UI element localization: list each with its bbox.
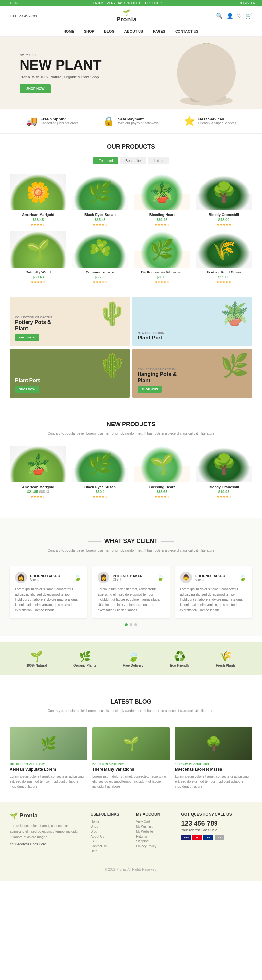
new-product-name: Bloody Cranesbill (196, 485, 252, 489)
blog-date: 13 IPSUM 29 APRIL 2021 (175, 762, 252, 765)
footer-link[interactable]: My Wishlist (136, 825, 171, 828)
blog-title[interactable]: There Many Variations (92, 767, 170, 772)
tab-featured[interactable]: Featured (93, 157, 118, 164)
new-products-heading: NEW PRODUCTS (87, 421, 175, 428)
product-card: 🪴 Bleeding Heart $89.45 ★★★★☆ (134, 174, 190, 226)
collection-plant-icon: 🪴 (220, 300, 249, 327)
testimonial-avatar: 👩 (98, 571, 109, 584)
nav-shop[interactable]: SHOP (84, 29, 94, 33)
tab-latest[interactable]: Latest (148, 157, 169, 164)
blog-card: 🌱 27 ENIM 29 APRIL 2021 There Many Varia… (92, 727, 170, 789)
eco-icon: ♻️ (174, 651, 186, 662)
product-card: 🌿 Dieffenbachia Viburnum $90.65 ★★★★☆ (134, 231, 190, 284)
footer-link[interactable]: View Cart (136, 820, 171, 823)
product-card: ☘️ Common Yarrow $55.33 ★★★★☆ (72, 231, 128, 284)
blog-title[interactable]: Aenean Vulputate Lorem (10, 767, 87, 772)
hero-discount-tag: 65% OFF (20, 52, 242, 57)
top-bar: LOG IN ENJOY EVERY DAY 15% OFF ALL PRODU… (0, 0, 262, 6)
product-stars: ★★★★☆ (72, 280, 128, 284)
services-bar: 🚚 Free Shipping Capped at $199 per order… (0, 109, 262, 133)
collection-shop-btn[interactable]: SHOP NOW (15, 334, 39, 341)
footer-link[interactable]: My Website (136, 830, 171, 833)
logo[interactable]: 🌱 Pronia (116, 9, 137, 23)
testimonial-role: Client (113, 578, 143, 581)
blog-text: Lorem ipsum dolor sit amet, consectetur … (10, 774, 87, 789)
our-products-section-title: OUR PRODUCTS (0, 134, 262, 154)
wishlist-icon[interactable]: ♡ (237, 13, 242, 19)
collection-content: Collection Of Cactus Hanging Pots &Plant… (137, 368, 177, 393)
user-icon[interactable]: 👤 (227, 13, 233, 19)
new-products-grid: 🪴 American Marigold $21.85 $85.43 ★★★★☆ … (0, 443, 262, 508)
collection-shop-btn[interactable]: SHOP NOW (137, 386, 162, 393)
product-stars: ★★★★☆ (134, 280, 190, 284)
feature-label: Free Delivery (123, 664, 144, 667)
cart-icon[interactable]: 🛒 (246, 13, 252, 19)
collection-hanging: Collection Of Cactus Hanging Pots &Plant… (132, 348, 252, 398)
nav-blog[interactable]: BLOG (104, 29, 115, 33)
feature-label: Eco Friendly (170, 664, 189, 667)
search-icon[interactable]: 🔍 (216, 13, 223, 19)
new-product-price: $19.93 (196, 490, 252, 494)
feature-organic: 🌿 Organic Plants (73, 651, 96, 667)
new-product-stars: ★★★★☆ (10, 495, 66, 498)
testimonial-header: 👨 PHOENIX BAKER Client 🍃 (180, 571, 247, 584)
top-bar-login[interactable]: LOG IN (6, 1, 18, 5)
footer-link[interactable]: Shop (91, 825, 126, 828)
footer-links-heading: Useful Links (91, 812, 126, 816)
delivery-icon: 🍃 (127, 651, 139, 662)
collections-section: Collection Of Cactus Pottery Pots &Plant… (0, 294, 262, 408)
feature-eco: ♻️ Eco Friendly (170, 651, 189, 667)
testi-dot[interactable] (130, 624, 132, 626)
collection-tag: Collection Of Cactus (15, 316, 52, 319)
new-product-image: 🪴 (10, 446, 66, 482)
paypal-icon: PP (204, 835, 213, 840)
footer-link[interactable]: Blog (91, 830, 126, 833)
product-price: $65.43 (72, 218, 128, 222)
collection-tag: Collection Of Cactus (137, 368, 177, 371)
blog-card: 🌳 13 IPSUM 29 APRIL 2021 Maecenas Laoree… (175, 727, 252, 789)
testi-dot[interactable] (125, 624, 128, 626)
blog-text: Lorem ipsum dolor sit amet, consectetur … (92, 774, 170, 789)
nav-contact[interactable]: CONTACT US (175, 29, 199, 33)
footer-grid: 🌱 Pronia Lorem ipsum dolor sit amet, con… (10, 812, 252, 854)
new-product-card: 🌿 Black Eyed Susan $60.4 ★★★★☆ (72, 446, 128, 498)
footer-link[interactable]: Help (91, 850, 126, 853)
tab-bestseller[interactable]: Bestseller (120, 157, 147, 164)
footer-link[interactable]: Shipping (136, 840, 171, 843)
product-image: 🪴 (134, 174, 190, 210)
footer-link[interactable]: Returns (136, 835, 171, 838)
hero-cta-button[interactable]: SHOP NOW (20, 84, 51, 93)
footer-link[interactable]: About Us (91, 835, 126, 838)
natural-icon: 🌱 (30, 651, 43, 662)
feature-label: 100% Natural (26, 664, 47, 667)
nav-about[interactable]: ABOUT US (125, 29, 143, 33)
new-products-title: NEW PRODUCTS (0, 411, 262, 431)
product-card: 🌳 Bloody Cranesbill $48.00 ★★★★★ (196, 174, 252, 226)
new-product-name: American Marigold (10, 485, 66, 489)
footer-link[interactable]: Contact Us (91, 845, 126, 848)
nav-pages[interactable]: PAGES (153, 29, 166, 33)
header-icons: 🔍 👤 ♡ 🛒 (216, 13, 252, 19)
footer-link[interactable]: FAQ (91, 840, 126, 843)
product-price: $60.43 (10, 275, 66, 279)
footer-link[interactable]: Home (91, 820, 126, 823)
testi-leaf-icon: 🍃 (156, 574, 164, 581)
new-product-name: Black Eyed Susan (72, 485, 128, 489)
footer-my-account: My Account View Cart My Wishlist My Webs… (136, 812, 171, 854)
collection-shop-btn[interactable]: SHOP NOW (15, 386, 39, 393)
nav-home[interactable]: HOME (63, 29, 74, 33)
top-bar-register[interactable]: REGISTER (239, 1, 256, 5)
product-card: 🌼 American Marigold $68.45 ★★★★☆ (10, 174, 66, 226)
testimonial-card: 👩 PHOENIX BAKER Client 🍃 Lorem ipsum dol… (92, 566, 170, 618)
service-free-shipping: 🚚 Free Shipping Capped at $199 per order (26, 116, 78, 126)
feature-label: Fresh Plants (216, 664, 236, 667)
testimonial-role: Client (195, 578, 225, 581)
testi-dot[interactable] (134, 624, 137, 626)
blog-image: 🌿 (10, 727, 87, 760)
new-product-price: $21.85 $85.43 (10, 490, 66, 494)
footer-contact-section: Got Question? Call Us 123 456 789 Your A… (181, 812, 252, 854)
blog-title[interactable]: Maecenas Laoreet Massa (175, 767, 252, 772)
blog-image: 🌱 (92, 727, 170, 760)
footer-link[interactable]: Privacy Policy (136, 845, 171, 848)
footer-contact-heading: Got Question? Call Us (181, 812, 252, 816)
